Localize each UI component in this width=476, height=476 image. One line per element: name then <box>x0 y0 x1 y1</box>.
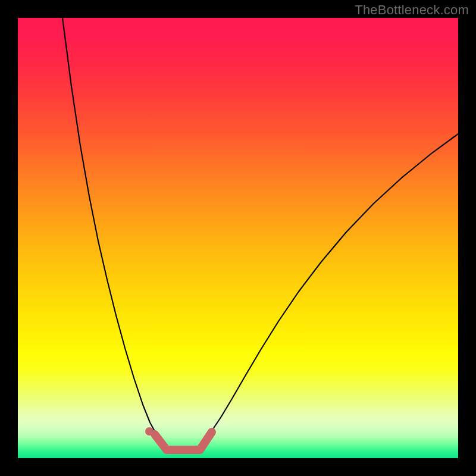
curve-left <box>62 18 170 450</box>
highlight-dot-icon <box>145 427 154 436</box>
plot-area <box>18 18 458 458</box>
highlight-flat-band <box>163 446 203 454</box>
watermark-text: TheBottleneck.com <box>355 2 469 18</box>
curve-right <box>196 134 458 450</box>
curve-layer <box>18 18 458 458</box>
chart-frame: TheBottleneck.com <box>0 0 476 476</box>
